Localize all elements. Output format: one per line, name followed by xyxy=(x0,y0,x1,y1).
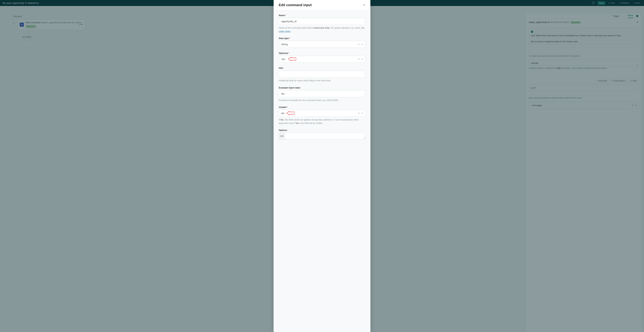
resize-handle-icon[interactable]: ◢ xyxy=(364,137,365,139)
optional-label: Optional* xyxy=(279,52,365,54)
example-label: Example input value xyxy=(279,86,365,89)
example-helper: Provide an example for the command input… xyxy=(279,99,365,102)
visible-helper: If No, this field would not appear durin… xyxy=(279,118,365,125)
data-type-select[interactable]: String ✕▾ xyxy=(279,41,365,48)
chevron-down-icon[interactable]: ▾ xyxy=(362,58,363,60)
edit-command-input-modal: Edit command input ✕ Name* Name of the c… xyxy=(274,0,370,332)
chevron-down-icon[interactable]: ▾ xyxy=(362,43,363,45)
close-icon[interactable]: ✕ xyxy=(363,3,365,7)
options-label: Options xyxy=(279,129,365,131)
example-input[interactable] xyxy=(279,90,365,97)
name-input[interactable] xyxy=(279,18,365,25)
name-helper: Name of the command input field. Lowerca… xyxy=(279,26,365,33)
options-input[interactable]: ABC ◢ xyxy=(279,133,365,139)
modal-body: Name* Name of the command input field. L… xyxy=(274,10,370,332)
optional-select[interactable]: Yes ✕▾ xyxy=(279,56,365,63)
clear-icon[interactable]: ✕ xyxy=(358,58,360,60)
hint-label: Hint xyxy=(279,67,365,69)
hint-helper: Additional help for users when filling i… xyxy=(279,79,365,82)
modal-header: Edit command input ✕ xyxy=(274,0,370,10)
data-type-label: Data type* xyxy=(279,37,365,39)
abc-badge: ABC xyxy=(279,133,285,139)
modal-title: Edit command input xyxy=(279,3,363,7)
clear-icon[interactable]: ✕ xyxy=(358,43,360,45)
chevron-down-icon[interactable]: ▾ xyxy=(362,112,363,114)
hint-input[interactable] xyxy=(279,71,365,77)
visible-label: Visible? xyxy=(279,106,365,108)
visible-select[interactable]: No ✕▾ xyxy=(279,110,365,117)
learn-more-link[interactable]: Learn more. xyxy=(279,30,291,32)
clear-icon[interactable]: ✕ xyxy=(358,112,360,114)
name-label: Name* xyxy=(279,14,365,16)
